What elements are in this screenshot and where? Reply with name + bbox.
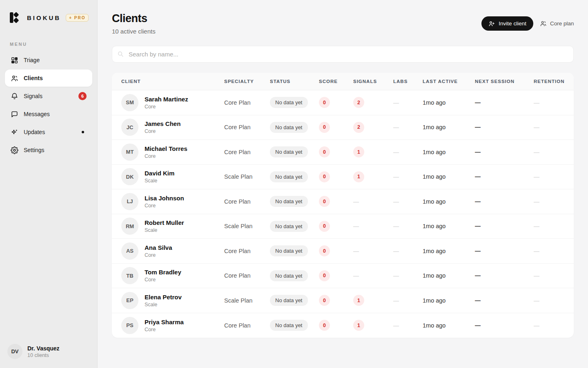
header-actions: Invite client Core plan	[481, 16, 574, 31]
sidebar: BIOKUB + PRO MENU Triage	[0, 0, 98, 368]
client-cell: AS Ana Silva Core	[121, 242, 224, 260]
status-cell: No data yet	[270, 221, 319, 232]
search-input[interactable]	[112, 46, 574, 63]
signals-cell: 1	[353, 295, 393, 306]
sidebar-item-settings[interactable]: Settings	[5, 141, 92, 159]
client-cell: TB Tom Bradley Core	[121, 267, 224, 284]
table-row[interactable]: LJ Lisa Johnson Core Core Plan No data y…	[112, 189, 574, 214]
status-badge: No data yet	[270, 122, 308, 133]
client-name: Michael Torres	[145, 145, 187, 152]
sidebar-item-messages[interactable]: Messages	[5, 105, 92, 123]
specialty-cell: Core Plan	[224, 272, 270, 279]
sidebar-item-label: Clients	[24, 75, 43, 81]
sidebar-item-clients[interactable]: Clients	[5, 70, 92, 87]
client-cell: JC James Chen Core	[121, 119, 224, 136]
labs-cell: —	[393, 124, 423, 130]
plan-people-icon	[540, 20, 547, 27]
table-row[interactable]: SM Sarah Martinez Core Core Plan No data…	[112, 90, 574, 115]
signals-cell: 2	[353, 97, 393, 108]
table-body: SM Sarah Martinez Core Core Plan No data…	[112, 90, 574, 338]
next-session-cell: —	[475, 223, 534, 229]
status-badge: No data yet	[270, 295, 308, 306]
specialty-cell: Scale Plan	[224, 173, 270, 180]
sidebar-item-triage[interactable]: Triage	[5, 52, 92, 69]
client-plan-tag: Scale	[145, 302, 182, 307]
signals-cell: —	[353, 272, 393, 279]
table-row[interactable]: EP Elena Petrov Scale Scale Plan No data…	[112, 288, 574, 313]
labs-cell: —	[393, 99, 423, 106]
labs-cell: —	[393, 272, 423, 279]
client-cell: RM Robert Muller Scale	[121, 218, 224, 235]
sidebar-item-signals[interactable]: Signals 6	[5, 88, 92, 105]
score-cell: 0	[319, 146, 353, 157]
specialty-cell: Core Plan	[224, 149, 270, 155]
client-name: James Chen	[145, 120, 180, 127]
score-cell: 0	[319, 245, 353, 256]
signals-badge: —	[353, 272, 359, 279]
next-session-cell: —	[475, 198, 534, 205]
labs-cell: —	[393, 198, 423, 205]
invite-client-button[interactable]: Invite client	[481, 16, 533, 31]
page-subtitle: 10 active clients	[112, 28, 156, 35]
table-row[interactable]: TB Tom Bradley Core Core Plan No data ye…	[112, 264, 574, 289]
updates-sparkles-icon	[11, 128, 18, 136]
table-header-row: CLIENT SPECIALTY STATUS SCORE SIGNALS LA…	[112, 73, 574, 90]
plan-indicator: Core plan	[540, 20, 574, 27]
table-row[interactable]: JC James Chen Core Core Plan No data yet…	[112, 115, 574, 140]
retention-cell: —	[534, 99, 564, 106]
status-cell: No data yet	[270, 97, 319, 108]
menu-section-label: MENU	[0, 29, 97, 51]
specialty-cell: Scale Plan	[224, 223, 270, 229]
labs-cell: —	[393, 297, 423, 304]
signals-badge: 2	[353, 122, 364, 133]
retention-cell: —	[534, 322, 564, 329]
table-row[interactable]: RM Robert Muller Scale Scale Plan No dat…	[112, 214, 574, 239]
signals-bell-icon	[11, 92, 18, 100]
client-avatar: PS	[121, 317, 138, 334]
user-client-count: 10 clients	[27, 352, 60, 358]
specialty-cell: Core Plan	[224, 124, 270, 130]
status-cell: No data yet	[270, 196, 319, 207]
client-plan-tag: Core	[145, 128, 180, 134]
signals-cell: —	[353, 247, 393, 255]
signals-badge: 1	[353, 171, 364, 182]
sidebar-item-label: Messages	[24, 111, 50, 117]
score-badge: 0	[319, 97, 330, 108]
specialty-cell: Scale Plan	[224, 297, 270, 304]
status-cell: No data yet	[270, 171, 319, 182]
signals-badge: 2	[353, 97, 364, 108]
retention-cell: —	[534, 297, 564, 304]
next-session-cell: —	[475, 322, 534, 329]
table-row[interactable]: AS Ana Silva Core Core Plan No data yet …	[112, 239, 574, 264]
last-active-cell: 1mo ago	[423, 297, 475, 304]
client-cell: SM Sarah Martinez Core	[121, 94, 224, 111]
labs-cell: —	[393, 248, 423, 254]
sidebar-menu: Triage Clients Signals 6	[0, 51, 97, 159]
next-session-cell: —	[475, 99, 534, 106]
sidebar-item-label: Signals	[24, 93, 42, 99]
column-header-labs: LABS	[393, 79, 423, 84]
score-badge: 0	[319, 196, 330, 207]
status-badge: No data yet	[270, 245, 308, 256]
settings-gear-icon	[11, 146, 18, 154]
client-name: Lisa Johnson	[145, 195, 184, 202]
table-row[interactable]: PS Priya Sharma Core Core Plan No data y…	[112, 313, 574, 338]
clients-people-icon	[11, 74, 18, 82]
table-row[interactable]: MT Michael Torres Core Core Plan No data…	[112, 140, 574, 165]
client-avatar: RM	[121, 218, 138, 235]
score-badge: 0	[319, 270, 330, 281]
score-cell: 0	[319, 295, 353, 306]
score-cell: 0	[319, 221, 353, 232]
column-header-retention: RETENTION	[534, 79, 564, 84]
client-avatar: MT	[121, 144, 138, 161]
column-header-client: CLIENT	[121, 79, 224, 84]
sidebar-user[interactable]: DV Dr. Vasquez 10 clients	[0, 337, 97, 368]
table-row[interactable]: DK David Kim Scale Scale Plan No data ye…	[112, 165, 574, 190]
signals-badge: —	[353, 248, 359, 254]
client-avatar: LJ	[121, 193, 138, 210]
client-plan-tag: Core	[145, 153, 187, 159]
status-cell: No data yet	[270, 295, 319, 306]
sidebar-item-updates[interactable]: Updates	[5, 123, 92, 141]
next-session-cell: —	[475, 173, 534, 180]
plan-label: Core plan	[550, 20, 574, 27]
